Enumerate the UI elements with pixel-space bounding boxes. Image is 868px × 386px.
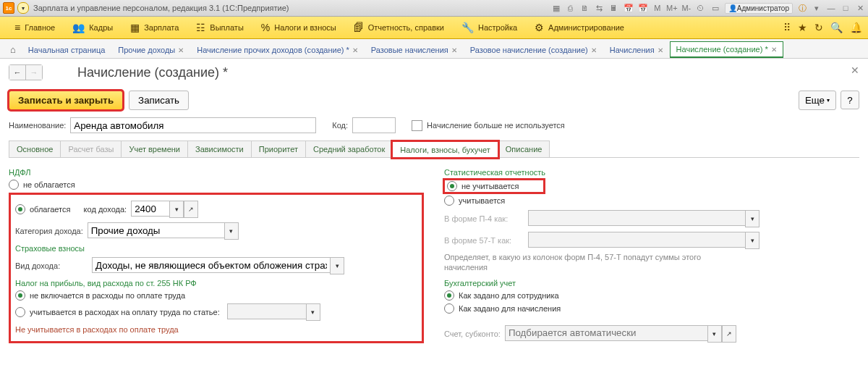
more-button[interactable]: Еще▾ bbox=[799, 91, 836, 110]
tab-close-icon[interactable]: ✕ bbox=[771, 46, 777, 54]
article-select: ▾ bbox=[227, 303, 320, 321]
menu-kadry[interactable]: 👥Кадры bbox=[64, 17, 122, 38]
stat-opt2[interactable]: учитывается bbox=[444, 196, 859, 206]
subtabs: Основное Расчет базы Учет времени Зависи… bbox=[9, 140, 859, 158]
menu-main[interactable]: ≡Главное bbox=[6, 17, 64, 38]
subtab-calc[interactable]: Расчет базы bbox=[60, 140, 122, 157]
tab-close-icon[interactable]: ✕ bbox=[451, 46, 457, 54]
dropdown-button[interactable]: ▾ bbox=[306, 303, 320, 321]
info-icon[interactable]: ⓘ bbox=[797, 3, 807, 13]
date-icon[interactable]: 📅 bbox=[638, 3, 648, 13]
profit-opt2[interactable]: учитывается в расходах на оплату труда п… bbox=[15, 303, 417, 321]
bell-icon[interactable]: 🔔 bbox=[850, 22, 862, 33]
p4-input bbox=[528, 210, 745, 226]
close-icon[interactable]: ✕ bbox=[855, 3, 865, 13]
acct-opt2[interactable]: Как задано для начисления bbox=[444, 303, 859, 314]
radio-icon bbox=[444, 303, 454, 314]
menu-label: Выплаты bbox=[210, 23, 243, 32]
income-code-input[interactable] bbox=[131, 201, 169, 217]
p57-input bbox=[528, 232, 745, 248]
grid-icon[interactable]: ▦ bbox=[551, 3, 561, 13]
apps-icon[interactable]: ⠿ bbox=[783, 22, 791, 33]
subtab-deps[interactable]: Зависимости bbox=[187, 140, 252, 157]
doc-icon[interactable]: 🗎 bbox=[580, 3, 590, 13]
app-dropdown-icon[interactable]: ▾ bbox=[17, 2, 29, 14]
tab-item[interactable]: Начисление прочих доходов (создание) *✕ bbox=[190, 42, 365, 58]
m-minus[interactable]: M- bbox=[681, 3, 692, 13]
save-button[interactable]: Записать bbox=[129, 91, 189, 110]
tab-home[interactable]: Начальная страница bbox=[22, 42, 111, 58]
dropdown-button[interactable]: ▾ bbox=[707, 325, 722, 343]
tab-item[interactable]: Прочие доходы✕ bbox=[111, 42, 190, 58]
ndfl-opt-none[interactable]: не облагается bbox=[9, 180, 424, 190]
tab-item[interactable]: Начисления✕ bbox=[603, 42, 670, 58]
clock-icon[interactable]: ⏲ bbox=[696, 3, 706, 13]
profit-opt1[interactable]: не включается в расходы по оплате труда bbox=[15, 290, 417, 301]
ins-heading: Страховые взносы bbox=[15, 244, 417, 253]
subtab-taxes[interactable]: Налоги, взносы, бухучет bbox=[392, 141, 498, 158]
help-button[interactable]: ? bbox=[841, 91, 859, 109]
search-icon[interactable]: 🔍 bbox=[830, 22, 843, 33]
compare-icon[interactable]: ⇆ bbox=[595, 3, 605, 13]
panel-icon[interactable]: ▭ bbox=[710, 3, 720, 13]
nav-back-button[interactable]: ← bbox=[9, 65, 25, 80]
history-icon[interactable]: ↻ bbox=[814, 22, 823, 33]
subtab-priority[interactable]: Приоритет bbox=[251, 140, 306, 157]
disabled-checkbox[interactable] bbox=[412, 120, 422, 131]
ndfl-opt-taxed[interactable]: облагается код дохода: ▾ ↗ bbox=[15, 201, 417, 218]
menu-nalogi[interactable]: %Налоги и взносы bbox=[252, 17, 345, 38]
tab-item-active[interactable]: Начисление (создание) *✕ bbox=[670, 41, 783, 58]
disabled-label: Начисление больше не используется bbox=[427, 121, 565, 130]
menu-otchet[interactable]: 🗐Отчетность, справки bbox=[345, 17, 453, 38]
page-close-icon[interactable]: ✕ bbox=[851, 64, 859, 76]
radio-icon bbox=[444, 196, 454, 206]
stat-opt1[interactable]: не учитывается bbox=[444, 180, 544, 193]
people-icon: 👥 bbox=[72, 22, 85, 33]
ins-kind-input[interactable] bbox=[92, 257, 330, 273]
category-input[interactable] bbox=[88, 222, 224, 238]
name-input[interactable] bbox=[70, 117, 316, 133]
dropdown-button[interactable]: ▾ bbox=[169, 201, 184, 218]
tab-close-icon[interactable]: ✕ bbox=[591, 46, 597, 54]
acct-label: Счет, субконто: bbox=[444, 330, 501, 338]
dropdown-button[interactable]: ▾ bbox=[745, 210, 760, 227]
m-slot[interactable]: M bbox=[652, 3, 663, 13]
star-icon[interactable]: ★ bbox=[798, 22, 807, 33]
dropdown-button[interactable]: ▾ bbox=[330, 257, 344, 274]
subtab-desc[interactable]: Описание bbox=[498, 140, 550, 157]
gear-icon: ⚙ bbox=[535, 22, 544, 33]
dash-icon[interactable]: ▾ bbox=[812, 3, 822, 13]
m-plus[interactable]: M+ bbox=[667, 3, 677, 13]
open-ref-button[interactable]: ↗ bbox=[184, 201, 198, 218]
user-name: Администратор bbox=[737, 4, 789, 12]
subtab-avg[interactable]: Средний заработок bbox=[305, 140, 393, 157]
print-icon[interactable]: ⎙ bbox=[566, 3, 576, 13]
user-badge[interactable]: 👤 Администратор bbox=[725, 3, 793, 14]
calendar-icon[interactable]: 📅 bbox=[624, 3, 634, 13]
minimize-icon[interactable]: — bbox=[826, 3, 836, 13]
tab-item[interactable]: Разовое начисление (создание)✕ bbox=[464, 42, 603, 58]
open-ref-button[interactable]: ↗ bbox=[722, 325, 736, 343]
menu-zarplata[interactable]: ▦Зарплата bbox=[122, 17, 187, 38]
menu-vyplaty[interactable]: ☷Выплаты bbox=[187, 17, 252, 38]
acct-opt1[interactable]: Как задано для сотрудника bbox=[444, 290, 859, 301]
ndfl-heading: НДФЛ bbox=[9, 168, 424, 177]
menu-nastroika[interactable]: 🔧Настройка bbox=[453, 17, 526, 38]
tab-label: Разовое начисление (создание) bbox=[470, 46, 588, 54]
dropdown-button[interactable]: ▾ bbox=[224, 222, 239, 240]
calc-icon[interactable]: 🖩 bbox=[609, 3, 619, 13]
tab-close-icon[interactable]: ✕ bbox=[658, 46, 663, 54]
tab-close-icon[interactable]: ✕ bbox=[178, 46, 184, 54]
maximize-icon[interactable]: □ bbox=[841, 3, 851, 13]
subtab-time[interactable]: Учет времени bbox=[121, 140, 188, 157]
code-input[interactable] bbox=[352, 117, 396, 133]
tab-item[interactable]: Разовые начисления✕ bbox=[365, 42, 464, 58]
dropdown-button[interactable]: ▾ bbox=[745, 232, 760, 249]
menu-admin[interactable]: ⚙Администрирование bbox=[526, 17, 633, 38]
save-close-button[interactable]: Записать и закрыть bbox=[9, 91, 123, 110]
nav-forward-button[interactable]: → bbox=[25, 65, 42, 80]
right-column: Статистическая отчетность не учитывается… bbox=[444, 164, 859, 347]
home-icon[interactable]: ⌂ bbox=[4, 41, 22, 58]
tab-close-icon[interactable]: ✕ bbox=[352, 46, 358, 54]
subtab-basic[interactable]: Основное bbox=[9, 140, 61, 157]
